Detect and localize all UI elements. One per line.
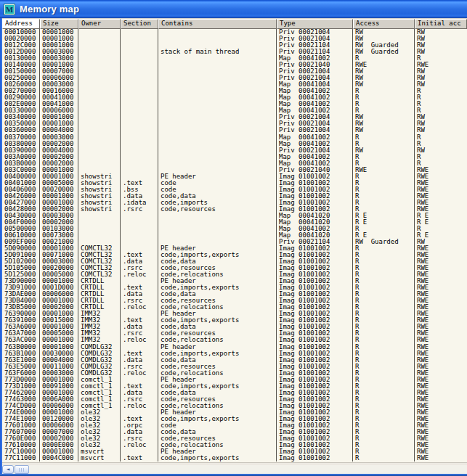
table-row[interactable]: 0042700000001000showstri.idatacode,impor… [2,200,467,206]
table-cell: COMDLG32 [78,370,121,377]
table-row[interactable]: 0012D00000003000stack of main threadPriv… [2,49,467,55]
table-cell: RW [415,42,467,49]
column-header-contains[interactable]: Contains [158,19,277,29]
table-row[interactable]: 0043000000003000Map 00041020R ER E [2,213,467,219]
column-header-address[interactable]: Address [2,19,40,29]
table-row[interactable]: 0040000000001000showstriPE headerImag 01… [2,173,467,180]
column-header-access[interactable]: Access [353,19,415,29]
table-row[interactable]: 763E500000011000COMDLG32.rsrccode,resour… [2,364,467,370]
table-row[interactable]: 5D09000000001000COMCTL32PE headerImag 01… [2,245,467,252]
table-row[interactable]: 73D9000000001000CRTDLLPE headerImag 0100… [2,278,467,284]
table-row[interactable]: 5D10500000020000COMCTL32.rsrccode,resour… [2,265,467,271]
table-row[interactable]: 763F600000003000COMDLG32.reloccode,reloc… [2,370,467,377]
table-cell [78,120,121,127]
table-row[interactable]: 774E100000120000ole32.textcode,imports,e… [2,416,467,422]
table-cell [78,68,121,75]
table-row[interactable]: 73DB500000002000CRTDLL.reloccode,relocat… [2,304,467,311]
table-row[interactable]: 009EF00000021000Priv 00021104RW GuardedR… [2,239,467,245]
table-row[interactable]: 763A700000005000IMM32.rsrccode,resources… [2,330,467,337]
column-header-type[interactable]: Type [277,19,353,29]
table-cell: 00120000 [40,416,78,422]
table-row[interactable]: 763A600000001000IMM32.datacode,dataImag … [2,324,467,330]
table-cell [158,29,277,36]
table-row[interactable]: 763E100000004000COMDLG32.datacode,dataIm… [2,357,467,364]
table-cell: code,data [158,357,277,364]
table-row[interactable]: 003A000000002000Map 00041002RR [2,154,467,160]
table-cell: R [353,186,415,193]
table-row[interactable]: 0037000000003000Map 00041002RR [2,134,467,141]
scroll-thumb[interactable] [15,465,29,474]
table-row[interactable]: 5D12500000005000COMCTL32.reloccode,reloc… [2,271,467,278]
table-row[interactable]: 0014000000001000Priv 00021040RWERWE [2,62,467,68]
table-cell: RWE [415,383,467,390]
table-row[interactable]: 0026000000003000Map 00041004RWRW [2,81,467,88]
table-row[interactable]: 774E000000001000ole32PE headerImag 01001… [2,409,467,416]
column-header-size[interactable]: Size [40,19,78,29]
table-row[interactable]: 773D000000001000comctl_1PE headerImag 01… [2,377,467,383]
table-row[interactable]: 0038000000002000Map 00041002RR [2,141,467,147]
table-row[interactable]: 0012C00000001000Priv 00021104RW GuardedR… [2,42,467,49]
table-row[interactable]: 774630000006A000comctl_1.rsrccode,resour… [2,396,467,403]
table-row[interactable]: 0042800000002000showstri.rsrccode,resour… [2,206,467,213]
table-row[interactable]: 0036000000004000Priv 00021004RWRW [2,127,467,134]
table-row[interactable]: 73D910000001D000CRTDLL.textcode,imports,… [2,284,467,291]
table-row[interactable]: 0015000000007000Priv 00021004RWRW [2,68,467,75]
table-row[interactable]: 773D100000091000comctl_1.textcode,import… [2,383,467,390]
table-row[interactable]: 0040600000020000showstri.bsscodeImag 010… [2,186,467,193]
table-cell: 00001000 [40,62,78,68]
titlebar[interactable]: M Memory map [0,0,467,18]
table-cell: R [353,173,415,180]
table-cell [78,167,121,173]
table-cell: .data [121,258,158,265]
table-row[interactable]: 0061000000073000Map 00041020R ER E [2,232,467,239]
table-row[interactable]: 73DB400000001000CRTDLL.rsrccode,resource… [2,298,467,304]
table-row[interactable]: 002E000000041000Map 00041002RR [2,101,467,107]
table-row[interactable]: 7760100000006000ole32.orpccodeImag 01001… [2,422,467,429]
table-row[interactable]: 0025000000006000Priv 00021004RWRW [2,75,467,81]
table-row[interactable]: 0013000000003000Map 00041002RR [2,55,467,62]
table-row[interactable]: 7639100000015000IMM32.textcode,imports,e… [2,317,467,324]
table-row[interactable]: 77C1000000001000msvcrtPE headerImag 0100… [2,448,467,455]
table-cell [121,167,158,173]
table-row[interactable]: 73DAE00000006000CRTDLL.datacode,dataImag… [2,291,467,298]
table-row[interactable]: 763B100000030000COMDLG32.textcode,import… [2,350,467,357]
table-cell [158,42,277,49]
table-row[interactable]: 003C000000001000Priv 00021040RWERWE [2,167,467,173]
horizontal-scrollbar[interactable]: ◄ [2,465,467,474]
table-row[interactable]: 774CD00000006000comctl_1.reloccode,reloc… [2,403,467,409]
table-row[interactable]: 0034000000001000Priv 00021004RWRW [2,114,467,120]
table-row[interactable]: 0035000000001000Priv 00021004RWRW [2,120,467,127]
table-cell: 00001000 [40,311,78,317]
table-row[interactable]: 0033000000006000Map 00041002RR [2,107,467,114]
table-row[interactable]: 0040100000005000showstri.textcodeImag 01… [2,180,467,186]
table-row[interactable]: 004F000000002000Map 00041020R ER E [2,219,467,226]
table-cell [78,134,121,141]
table-cell [158,81,277,88]
table-row[interactable]: 0029000000041000Map 00041002RR [2,94,467,101]
table-row[interactable]: 0002000000001000Priv 00021004RWRW [2,36,467,42]
column-header-initial-acc[interactable]: Initial acc [415,19,467,29]
table-row[interactable]: 0001000000001000Priv 00021004RWRW [2,29,467,36]
table-row[interactable]: 7746200000001000comctl_1.datacode,dataIm… [2,390,467,396]
table-cell: 00130000 [2,55,40,62]
table-cell: R [353,422,415,429]
table-row[interactable]: 5D10200000003000COMCTL32.datacode,dataIm… [2,258,467,265]
table-row[interactable]: 763AC00000001000IMM32.reloccode,relocati… [2,337,467,343]
table-row[interactable]: 776100000000E000ole32.reloccode,relocati… [2,442,467,448]
table-row[interactable]: 763B000000001000COMDLG32PE headerImag 01… [2,344,467,350]
table-row[interactable]: 0027000000016000Map 00041002RR [2,88,467,94]
table-row[interactable]: 5D09100000071000COMCTL32.textcode,import… [2,252,467,258]
scroll-left-button[interactable]: ◄ [2,465,14,474]
column-header-owner[interactable]: Owner [78,19,121,29]
table-row[interactable]: 77C110000004C000msvcrt.textcode,imports,… [2,455,467,461]
table-row[interactable]: 003B000000002000Map 00041002RR [2,160,467,167]
table-cell [158,127,277,134]
table-row[interactable]: 0042600000001000showstri.datacode,dataIm… [2,193,467,200]
table-row[interactable]: 0050000000103000Map 00041002RR [2,226,467,232]
table-row[interactable]: 7760E00000002000ole32.rsrccode,resources… [2,435,467,442]
table-row[interactable]: 7639000000001000IMM32PE headerImag 01001… [2,311,467,317]
column-header-section[interactable]: Section [121,19,158,29]
table-cell: 00006000 [40,403,78,409]
table-row[interactable]: 0039000000004000Priv 00021004RWRW [2,147,467,154]
table-row[interactable]: 7760700000007000ole32.datacode,dataImag … [2,429,467,435]
